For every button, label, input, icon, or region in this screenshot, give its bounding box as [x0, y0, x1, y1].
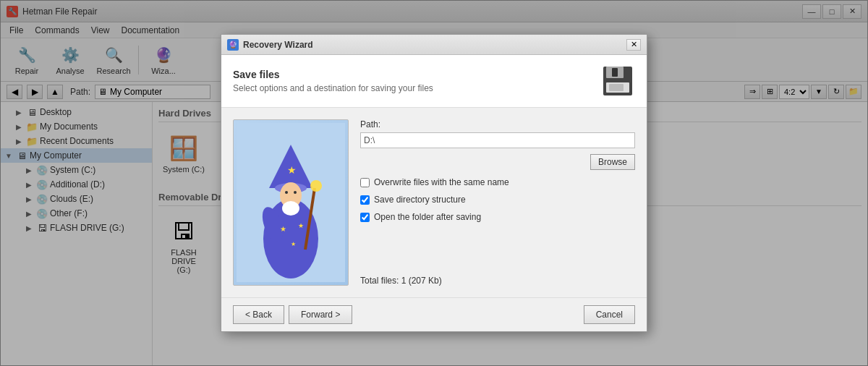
dialog-header: Save files Select options and a destinat…	[221, 55, 647, 108]
cancel-button[interactable]: Cancel	[584, 305, 635, 324]
floppy-disk-icon	[600, 64, 635, 98]
modal-overlay: 🔮 Recovery Wizard ✕ Save files Select op…	[0, 0, 868, 366]
wizard-image: ★ ★ ★ ★	[233, 119, 349, 286]
svg-text:★: ★	[287, 164, 297, 176]
save-dir-checkbox[interactable]	[360, 195, 370, 205]
dialog-body: ★ ★ ★ ★	[221, 108, 647, 297]
dialog-title-bar: 🔮 Recovery Wizard ✕	[221, 35, 647, 55]
svg-text:★: ★	[298, 222, 304, 229]
total-files-text: Total files: 1 (207 Kb)	[360, 247, 635, 286]
overwrite-checkbox-row: Overwrite files with the same name	[360, 177, 635, 187]
svg-point-11	[282, 201, 299, 216]
dialog-title: Recovery Wizard	[243, 40, 626, 50]
footer-left: < Back Forward >	[233, 305, 352, 324]
svg-text:★: ★	[280, 225, 286, 233]
open-folder-checkbox-row: Open the folder after saving	[360, 212, 635, 222]
dialog-form: Path: Browse Overwrite files with the sa…	[360, 119, 635, 286]
dialog-main-title: Save files	[233, 69, 600, 80]
dialog-footer: < Back Forward > Cancel	[221, 297, 647, 331]
path-input-row	[360, 132, 635, 148]
path-input[interactable]	[360, 132, 635, 148]
svg-text:★: ★	[291, 241, 296, 247]
save-dir-label: Save directory structure	[374, 195, 466, 205]
dialog-icon: 🔮	[227, 39, 239, 51]
path-form-row: Path: Browse	[360, 119, 635, 170]
overwrite-checkbox[interactable]	[360, 178, 370, 187]
forward-button[interactable]: Forward >	[289, 305, 352, 324]
dialog-close-button[interactable]: ✕	[626, 39, 641, 51]
svg-point-13	[294, 191, 297, 194]
svg-rect-2	[612, 68, 618, 77]
overwrite-label: Overwrite files with the same name	[374, 177, 509, 187]
svg-point-12	[285, 191, 288, 194]
dialog-header-text: Save files Select options and a destinat…	[233, 69, 600, 93]
back-button[interactable]: < Back	[233, 305, 284, 324]
browse-button[interactable]: Browse	[590, 154, 635, 170]
open-folder-checkbox[interactable]	[360, 213, 370, 222]
svg-rect-4	[609, 84, 624, 91]
open-folder-label: Open the folder after saving	[374, 212, 481, 222]
footer-right: Cancel	[584, 305, 635, 324]
svg-point-15	[310, 180, 322, 192]
recovery-wizard-dialog: 🔮 Recovery Wizard ✕ Save files Select op…	[221, 34, 647, 332]
path-label: Path:	[360, 119, 635, 129]
dialog-subtitle: Select options and a destination for sav…	[233, 83, 600, 93]
save-dir-checkbox-row: Save directory structure	[360, 195, 635, 205]
